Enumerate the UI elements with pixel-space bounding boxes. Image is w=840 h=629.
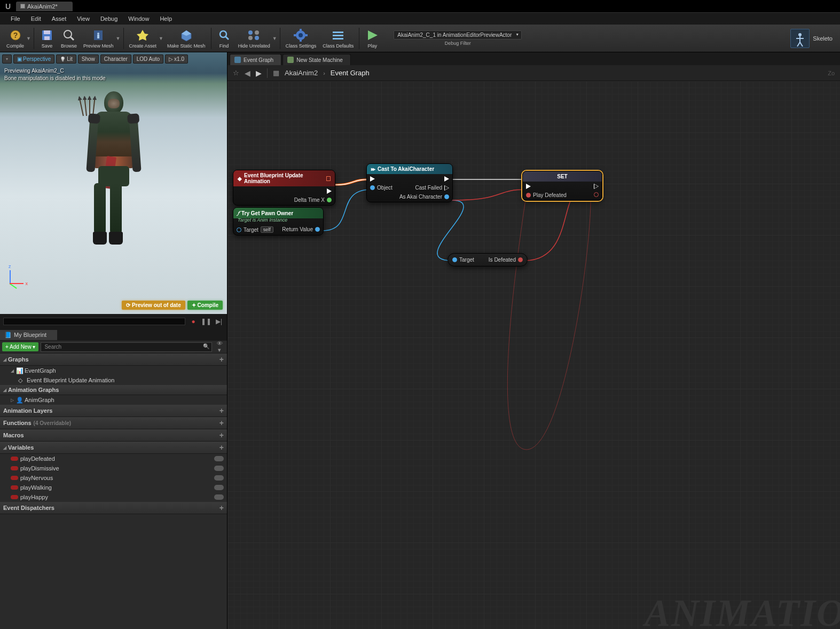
save-button[interactable]: Save	[36, 26, 58, 51]
compile-dropdown[interactable]: ▼	[26, 36, 32, 41]
target-pin[interactable]: Targetself	[237, 226, 273, 233]
node-get-is-defeated[interactable]: Target Is Defeated	[448, 253, 528, 266]
play-button[interactable]: Play	[362, 26, 383, 51]
show-button[interactable]: Show	[78, 54, 99, 64]
variables-section[interactable]: ◢Variables+	[0, 442, 227, 454]
exec-out-pin[interactable]	[594, 184, 599, 189]
add-new-button[interactable]: + Add New ▾	[2, 342, 38, 351]
favorite-icon[interactable]: ☆	[233, 69, 239, 77]
var-playdismissive[interactable]: playDismissive	[0, 463, 227, 473]
lit-button[interactable]: Lit	[56, 54, 76, 64]
step-button[interactable]: ▶|	[214, 317, 224, 326]
visibility-toggle[interactable]	[214, 494, 224, 500]
menu-edit[interactable]: Edit	[26, 13, 46, 24]
as-character-pin[interactable]: As Akai Character	[399, 194, 449, 200]
var-playhappy[interactable]: playHappy	[0, 492, 227, 502]
play-defeated-in-pin[interactable]: Play Defeated	[526, 192, 567, 198]
timeline-track[interactable]	[3, 318, 185, 325]
anim-layers-section[interactable]: Animation Layers+	[0, 405, 227, 417]
add-function-button[interactable]: +	[219, 419, 224, 427]
class-defaults-button[interactable]: Class Defaults	[319, 26, 357, 51]
viewport-preview[interactable]: ▣ Perspective Lit Show Character LOD Aut…	[0, 52, 227, 314]
visibility-toggle[interactable]	[214, 475, 224, 481]
preview-mesh-button[interactable]: Preview Mesh	[80, 26, 117, 51]
macros-section[interactable]: Macros+	[0, 429, 227, 442]
pause-button[interactable]: ❚❚	[201, 317, 211, 326]
add-macro-button[interactable]: +	[219, 431, 224, 439]
breadcrumb-root[interactable]: AkaiAnim2	[285, 69, 318, 77]
node-graph-canvas[interactable]: ◆Event Blueprint Update Animation Delta …	[227, 81, 840, 629]
hide-unrelated-button[interactable]: Hide Unrelated	[235, 26, 273, 51]
node-cast-to-akaicharacter[interactable]: Cast To AkaiCharacter Object Cast Failed…	[366, 163, 453, 202]
functions-section[interactable]: Functions(4 Overridable)+	[0, 417, 227, 429]
exec-out-pin[interactable]	[399, 176, 449, 182]
menu-asset[interactable]: Asset	[46, 13, 72, 24]
event-graph-item[interactable]: ◢📊EventGraph	[0, 366, 227, 375]
event-update-animation-item[interactable]: ◇Event Blueprint Update Animation	[0, 375, 227, 385]
menu-file[interactable]: File	[5, 13, 26, 24]
nav-back-button[interactable]: ◀	[245, 69, 250, 77]
preview-mesh-dropdown[interactable]: ▼	[116, 36, 121, 41]
delta-time-pin[interactable]: Delta Time X	[294, 197, 332, 203]
menu-view[interactable]: View	[72, 13, 95, 24]
target-pin[interactable]: Target	[452, 257, 474, 263]
cast-failed-pin[interactable]: Cast Failed	[399, 185, 449, 191]
svg-marker-10	[137, 30, 148, 41]
class-settings-button[interactable]: Class Settings	[282, 26, 320, 51]
browse-button[interactable]: Browse	[58, 26, 80, 51]
view-options-button[interactable]: 👁 ▾	[214, 340, 225, 353]
add-dispatcher-button[interactable]: +	[219, 504, 224, 512]
graphs-section[interactable]: ◢Graphs+	[0, 353, 227, 366]
character-button[interactable]: Character	[100, 54, 131, 64]
state-machine-tab[interactable]: New State Machine	[282, 54, 351, 65]
menu-help[interactable]: Help	[154, 13, 177, 24]
compile-button[interactable]: ?Compile	[3, 26, 27, 51]
record-button[interactable]: ●	[189, 317, 198, 326]
var-playwalking[interactable]: playWalking	[0, 483, 227, 492]
exec-in-pin[interactable]	[526, 184, 567, 189]
add-variable-button[interactable]: +	[219, 443, 224, 452]
event-dispatchers-section[interactable]: Event Dispatchers+	[0, 502, 227, 514]
menu-debug[interactable]: Debug	[95, 13, 123, 24]
breadcrumb-current[interactable]: Event Graph	[331, 69, 370, 77]
debug-filter-dropdown[interactable]: AkaiAnim2_C_1 in AnimationEditorPreviewA…	[394, 30, 522, 40]
perspective-button[interactable]: ▣ Perspective	[13, 54, 54, 64]
add-anim-layer-button[interactable]: +	[219, 406, 224, 415]
viewport-options-dropdown[interactable]	[2, 54, 12, 64]
create-asset-dropdown[interactable]: ▼	[159, 36, 164, 41]
var-playnervous[interactable]: playNervous	[0, 473, 227, 483]
return-value-pin[interactable]: Return Value	[282, 226, 320, 232]
object-pin[interactable]: Object	[370, 185, 392, 191]
exec-out-pin[interactable]	[294, 188, 332, 194]
hide-unrelated-dropdown[interactable]: ▼	[272, 36, 278, 41]
camera-speed-button[interactable]: ▷ x1.0	[165, 54, 188, 64]
menu-window[interactable]: Window	[123, 13, 154, 24]
svg-point-18	[255, 36, 259, 40]
node-event-update-animation[interactable]: ◆Event Blueprint Update Animation Delta …	[233, 170, 335, 206]
value-out-pin[interactable]	[594, 192, 599, 197]
visibility-toggle[interactable]	[214, 485, 224, 490]
viewport-compile-button[interactable]: ✦ Compile	[187, 301, 223, 310]
var-playdefeated[interactable]: playDefeated	[0, 454, 227, 463]
exec-in-pin[interactable]	[370, 176, 392, 182]
is-defeated-pin[interactable]: Is Defeated	[489, 257, 523, 263]
my-blueprint-tab[interactable]: 📘 My Blueprint	[0, 330, 57, 340]
lod-button[interactable]: LOD Auto	[133, 54, 163, 64]
node-set-play-defeated[interactable]: SET Play Defeated	[522, 171, 602, 201]
blueprint-search-input[interactable]: Search	[41, 342, 212, 352]
skeleton-mode-button[interactable]: Skeleto	[786, 27, 837, 50]
event-graph-tab[interactable]: Event Graph	[230, 54, 281, 65]
add-graph-button[interactable]: +	[219, 355, 224, 364]
make-static-mesh-button[interactable]: Make Static Mesh	[164, 26, 209, 51]
visibility-toggle[interactable]	[214, 456, 224, 461]
find-button[interactable]: Find	[214, 26, 235, 51]
preview-out-of-date-button[interactable]: ⟳ Preview out of date	[122, 301, 185, 310]
my-blueprint-panel-header: 📘 My Blueprint	[0, 329, 227, 341]
visibility-toggle[interactable]	[214, 466, 224, 471]
anim-graph-item[interactable]: ▷👤AnimGraph	[0, 395, 227, 405]
nav-forward-button[interactable]: ▶	[256, 69, 262, 77]
document-tab[interactable]: AkaiAnim2*	[16, 2, 73, 11]
node-try-get-pawn-owner[interactable]: 𝑓Try Get Pawn Owner Target is Anim Insta…	[233, 207, 324, 235]
create-asset-button[interactable]: Create Asset	[126, 26, 160, 51]
anim-graphs-section[interactable]: ◢Animation Graphs	[0, 385, 227, 395]
